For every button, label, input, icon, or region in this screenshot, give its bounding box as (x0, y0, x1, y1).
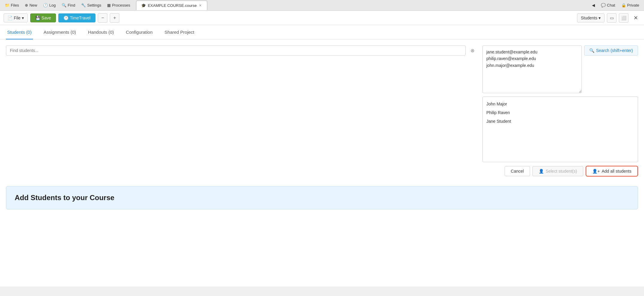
save-button[interactable]: 💾 Save (30, 13, 56, 22)
nav-settings[interactable]: 🔧 Settings (79, 2, 103, 9)
close-button[interactable]: ✕ (631, 13, 640, 23)
add-all-label: Add all students (602, 169, 631, 174)
file-icon: 📄 (7, 16, 13, 20)
tab-assignments[interactable]: Assignments (0) (42, 25, 77, 39)
nav-files[interactable]: 📁 Files (2, 2, 21, 9)
timetravel-label: TimeTravel (70, 16, 90, 20)
private-label: Private (627, 3, 639, 7)
email-textarea[interactable]: jane.student@example.edu philip.raven@ex… (482, 45, 582, 93)
view-split-icon: ⬜ (621, 16, 626, 20)
tab-shared-project[interactable]: Shared Project (163, 25, 195, 39)
file-label: File (14, 16, 21, 20)
minus-label: − (101, 15, 104, 21)
view-split-btn[interactable]: ⬜ (619, 13, 628, 23)
view-single-icon: ▭ (610, 16, 614, 20)
left-panel: ⊗ (6, 45, 476, 177)
nav-find[interactable]: 🔍 Find (59, 2, 77, 9)
settings-icon: 🔧 (81, 3, 86, 7)
content-tabs: Students (0) Assignments (0) Handouts (0… (0, 25, 644, 39)
file-button[interactable]: 📄 File ▾ (4, 13, 28, 22)
action-row: Cancel 👤 Select student(s) 👤+ Add all st… (482, 166, 638, 177)
save-label: Save (42, 16, 51, 20)
new-icon: ⊕ (25, 3, 28, 7)
course-icon: 🎓 (141, 3, 146, 8)
cancel-button[interactable]: Cancel (505, 166, 530, 176)
nav-private[interactable]: 🔒 Private (619, 2, 642, 9)
minus-button[interactable]: − (98, 13, 107, 23)
select-person-icon: 👤 (539, 169, 544, 174)
log-label: Log (49, 3, 56, 7)
tab-students[interactable]: Students (0) (6, 25, 33, 39)
processes-label: Processes (112, 3, 130, 7)
tab-label: EXAMPLE COURSE.course (148, 3, 197, 8)
students-label: Students (581, 16, 597, 20)
select-label: Select student(s) (546, 169, 577, 174)
handouts-tab-label: Handouts (0) (88, 30, 114, 35)
search-icon: 🔍 (589, 48, 594, 53)
add-person-icon: 👤+ (592, 169, 600, 174)
find-icon: 🔍 (62, 3, 66, 7)
processes-icon: ▦ (107, 3, 111, 7)
nav-log[interactable]: 🕐 Log (41, 2, 58, 9)
select-students-button[interactable]: 👤 Select student(s) (532, 166, 583, 176)
student-item-philip[interactable]: Philip Raven (486, 108, 634, 117)
dropdown-arrow-icon: ▾ (599, 16, 601, 20)
find-label: Find (68, 3, 75, 7)
nav-new[interactable]: ⊕ New (22, 2, 39, 9)
find-students-input[interactable] (6, 45, 466, 56)
lock-icon: 🔒 (621, 3, 626, 7)
cancel-label: Cancel (511, 169, 524, 174)
clear-icon: ⊗ (471, 48, 474, 53)
nav-processes[interactable]: ▦ Processes (105, 2, 133, 9)
clear-search-button[interactable]: ⊗ (468, 46, 476, 55)
add-students-banner: Add Students to your Course (6, 186, 638, 209)
save-icon: 💾 (35, 16, 40, 20)
timetravel-icon: 🕐 (63, 16, 68, 20)
find-students-row: ⊗ (6, 45, 476, 56)
shared-project-tab-label: Shared Project (165, 30, 194, 35)
students-dropdown[interactable]: Students ▾ (577, 13, 605, 22)
tab-close-btn[interactable]: ✕ (198, 3, 202, 8)
email-textarea-wrap: jane.student@example.edu philip.raven@ex… (482, 45, 582, 94)
chat-icon: 💬 (601, 3, 606, 7)
timetravel-button[interactable]: 🕐 TimeTravel (58, 13, 95, 22)
file-dropdown-icon: ▾ (22, 16, 24, 20)
back-icon: ◀ (592, 3, 595, 7)
email-search-row: jane.student@example.edu philip.raven@ex… (482, 45, 638, 94)
banner-title: Add Students to your Course (15, 194, 629, 202)
settings-label: Settings (87, 3, 101, 7)
tab-handouts[interactable]: Handouts (0) (87, 25, 115, 39)
main-content: ⊗ jane.student@example.edu philip.raven@… (0, 39, 644, 182)
plus-label: + (113, 15, 116, 21)
students-tab-label: Students (0) (7, 30, 32, 35)
nav-back[interactable]: ◀ (590, 2, 597, 9)
assignments-tab-label: Assignments (0) (44, 30, 76, 35)
close-icon: ✕ (634, 15, 638, 21)
chat-label: Chat (607, 3, 615, 7)
configuration-tab-label: Configuration (126, 30, 153, 35)
search-label: Search (shift+enter) (596, 48, 633, 53)
toolbar-right: Students ▾ ▭ ⬜ ✕ (577, 13, 640, 23)
view-single-btn[interactable]: ▭ (607, 13, 616, 23)
student-item-jane[interactable]: Jane Student (486, 117, 634, 126)
log-icon: 🕐 (43, 3, 48, 7)
new-label: New (29, 3, 37, 7)
search-button[interactable]: 🔍 Search (shift+enter) (584, 45, 638, 56)
toolbar: 📄 File ▾ 💾 Save 🕐 TimeTravel − + Student… (0, 11, 644, 25)
files-label: Files (11, 3, 19, 7)
tab-configuration[interactable]: Configuration (125, 25, 154, 39)
student-list-box: John Major Philip Raven Jane Student (482, 96, 638, 162)
plus-button[interactable]: + (110, 13, 119, 23)
top-nav-right: ◀ 💬 Chat 🔒 Private (590, 2, 642, 9)
nav-chat[interactable]: 💬 Chat (599, 2, 617, 9)
files-icon: 📁 (5, 3, 10, 7)
top-nav: 📁 Files ⊕ New 🕐 Log 🔍 Find 🔧 Settings ▦ … (0, 0, 644, 11)
add-all-students-button[interactable]: 👤+ Add all students (586, 166, 638, 177)
student-item-john[interactable]: John Major (486, 100, 634, 108)
content-area: Students (0) Assignments (0) Handouts (0… (0, 25, 644, 286)
right-panel: jane.student@example.edu philip.raven@ex… (482, 45, 638, 177)
active-tab[interactable]: 🎓 EXAMPLE COURSE.course ✕ (136, 1, 207, 10)
